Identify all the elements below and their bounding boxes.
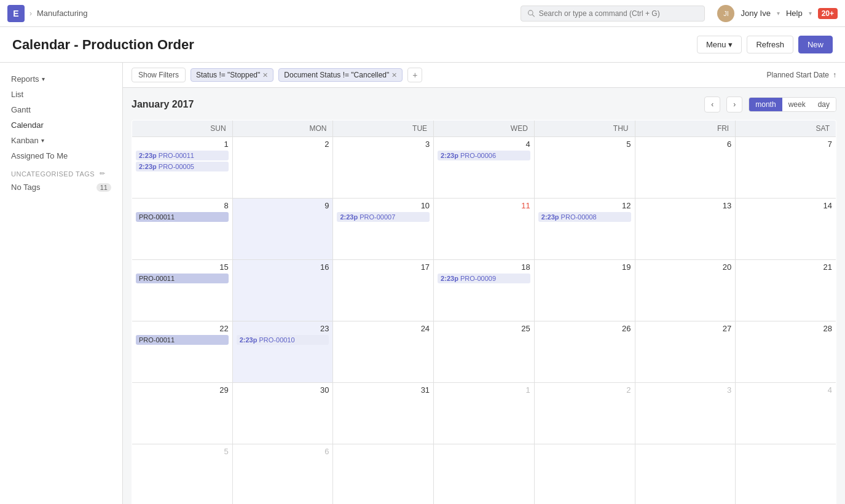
cal-day-jan12: 12 2:23p PRO-00008 bbox=[534, 199, 635, 260]
cal-week-2: 8 PRO-00011 9 10 2:23p PRO-00007 11 bbox=[132, 199, 836, 260]
search-input[interactable] bbox=[539, 9, 699, 18]
show-filters-button[interactable]: Show Filters bbox=[132, 68, 186, 82]
col-sat: SAT bbox=[736, 120, 836, 137]
event-pro00010-jan23[interactable]: 2:23p PRO-00010 bbox=[237, 335, 329, 345]
calendar-wrapper: January 2017 ‹ › month week day SUN MON … bbox=[123, 88, 845, 504]
event-pro00008-jan12[interactable]: 2:23p PRO-00008 bbox=[538, 212, 631, 222]
cal-day-jan26: 26 bbox=[534, 321, 635, 383]
remove-filter-status[interactable]: ✕ bbox=[262, 71, 268, 79]
cal-day-jan4: 4 2:23p PRO-00006 bbox=[434, 137, 535, 199]
event-pro00009-jan18[interactable]: 2:23p PRO-00009 bbox=[438, 274, 530, 283]
cal-day-jan10: 10 2:23p PRO-00007 bbox=[333, 199, 434, 260]
cal-day-jan15: 15 PRO-00011 bbox=[132, 260, 233, 321]
cal-day-jan29: 29 bbox=[132, 383, 233, 444]
sidebar-item-list[interactable]: List bbox=[0, 87, 122, 102]
event-pro00011-jan8[interactable]: PRO-00011 bbox=[136, 212, 229, 222]
cal-day-feb8 bbox=[434, 444, 535, 505]
view-day-button[interactable]: day bbox=[812, 98, 836, 111]
cal-day-jan8: 8 PRO-00011 bbox=[132, 199, 233, 260]
filter-tag-status: Status != "Stopped" ✕ bbox=[191, 68, 273, 82]
cal-day-jan16: 16 bbox=[232, 260, 333, 321]
cal-week-6: 5 6 bbox=[132, 444, 836, 505]
remove-filter-docstatus[interactable]: ✕ bbox=[391, 71, 397, 79]
sort-direction-icon[interactable]: ↑ bbox=[833, 71, 836, 79]
kanban-caret-icon: ▾ bbox=[41, 137, 44, 144]
cal-day-jan18: 18 2:23p PRO-00009 bbox=[434, 260, 535, 321]
sidebar-item-reports[interactable]: Reports ▾ bbox=[0, 71, 122, 87]
avatar: JI bbox=[717, 5, 734, 22]
cal-day-jan20: 20 bbox=[635, 260, 736, 321]
cal-day-feb11 bbox=[736, 444, 836, 505]
calendar-table: SUN MON TUE WED THU FRI SAT 1 2:23p bbox=[132, 120, 836, 504]
cal-day-jan19: 19 bbox=[534, 260, 635, 321]
cal-day-jan9: 9 bbox=[232, 199, 333, 260]
cal-day-jan14: 14 bbox=[736, 199, 836, 260]
cal-day-jan17: 17 bbox=[333, 260, 434, 321]
sidebar-item-calendar[interactable]: Calendar bbox=[0, 117, 122, 133]
cal-day-jan1: 1 2:23p PRO-00011 2:23p PRO-00005 bbox=[132, 137, 233, 199]
refresh-button[interactable]: Refresh bbox=[747, 36, 793, 53]
sidebar-item-assigned[interactable]: Assigned To Me bbox=[0, 148, 122, 163]
cal-day-jan11: 11 bbox=[434, 199, 535, 260]
cal-day-feb7 bbox=[333, 444, 434, 505]
sort-label: Planned Start Date bbox=[767, 71, 829, 79]
cal-day-feb5: 5 bbox=[132, 444, 233, 505]
cal-day-jan30: 30 bbox=[232, 383, 333, 444]
breadcrumb: Manufacturing bbox=[37, 9, 87, 18]
cal-day-jan23: 23 2:23p PRO-00010 bbox=[232, 321, 333, 383]
help-menu[interactable]: Help bbox=[786, 9, 803, 18]
cal-day-jan28: 28 bbox=[736, 321, 836, 383]
new-button[interactable]: New bbox=[798, 36, 833, 53]
add-filter-button[interactable]: + bbox=[407, 68, 422, 82]
reports-caret-icon: ▾ bbox=[42, 76, 45, 82]
event-pro00011-jan15[interactable]: PRO-00011 bbox=[136, 274, 229, 283]
cal-day-feb4: 4 bbox=[736, 383, 836, 444]
menu-caret-icon: ▾ bbox=[728, 40, 733, 49]
cal-day-jan2: 2 bbox=[232, 137, 333, 199]
event-pro00011-jan1[interactable]: 2:23p PRO-00011 bbox=[136, 151, 229, 160]
sidebar-item-kanban[interactable]: Kanban ▾ bbox=[0, 133, 122, 148]
app-icon[interactable]: E bbox=[7, 5, 25, 22]
cal-day-jan22: 22 PRO-00011 bbox=[132, 321, 233, 383]
page-title: Calendar - Production Order bbox=[12, 37, 697, 53]
sidebar-item-gantt[interactable]: Gantt bbox=[0, 102, 122, 117]
filter-bar: Show Filters Status != "Stopped" ✕ Docum… bbox=[123, 63, 845, 88]
username[interactable]: Jony Ive bbox=[741, 9, 770, 18]
cal-day-jan7: 7 bbox=[736, 137, 836, 199]
topnav-right: JI Jony Ive ▾ Help ▾ 20+ bbox=[717, 5, 838, 22]
user-caret: ▾ bbox=[777, 10, 780, 17]
prev-month-button[interactable]: ‹ bbox=[704, 96, 720, 112]
calendar-header: January 2017 ‹ › month week day bbox=[132, 96, 836, 112]
help-caret: ▾ bbox=[809, 10, 812, 17]
sidebar: Reports ▾ List Gantt Calendar Kanban ▾ A… bbox=[0, 63, 123, 504]
view-week-button[interactable]: week bbox=[782, 98, 812, 111]
event-pro00011-jan22[interactable]: PRO-00011 bbox=[136, 335, 229, 345]
tags-section-label: UNCATEGORISED TAGS ✏ bbox=[0, 163, 122, 180]
cal-day-feb1: 1 bbox=[434, 383, 535, 444]
search-bar[interactable] bbox=[521, 6, 705, 22]
menu-button[interactable]: Menu ▾ bbox=[697, 36, 742, 53]
event-pro00006-jan4[interactable]: 2:23p PRO-00006 bbox=[438, 151, 530, 160]
col-fri: FRI bbox=[635, 120, 736, 137]
cal-week-5: 29 30 31 1 2 3 4 bbox=[132, 383, 836, 444]
col-tue: TUE bbox=[333, 120, 434, 137]
sidebar-tag-notags[interactable]: No Tags 11 bbox=[0, 180, 122, 194]
cal-day-feb9 bbox=[534, 444, 635, 505]
col-thu: THU bbox=[534, 120, 635, 137]
col-wed: WED bbox=[434, 120, 535, 137]
view-month-button[interactable]: month bbox=[749, 98, 782, 111]
cal-day-feb3: 3 bbox=[635, 383, 736, 444]
main-layout: Reports ▾ List Gantt Calendar Kanban ▾ A… bbox=[0, 63, 845, 504]
edit-tags-icon[interactable]: ✏ bbox=[100, 170, 106, 178]
next-month-button[interactable]: › bbox=[726, 96, 742, 112]
cal-day-jan3: 3 bbox=[333, 137, 434, 199]
breadcrumb-separator: › bbox=[29, 9, 32, 18]
cal-day-feb10 bbox=[635, 444, 736, 505]
notifications-badge[interactable]: 20+ bbox=[818, 8, 838, 19]
calendar-month-label: January 2017 bbox=[132, 99, 698, 110]
event-pro00007-jan10[interactable]: 2:23p PRO-00007 bbox=[337, 212, 430, 222]
cal-day-jan13: 13 bbox=[635, 199, 736, 260]
cal-day-jan5: 5 bbox=[534, 137, 635, 199]
event-pro00005-jan1[interactable]: 2:23p PRO-00005 bbox=[136, 162, 229, 171]
col-sun: SUN bbox=[132, 120, 233, 137]
